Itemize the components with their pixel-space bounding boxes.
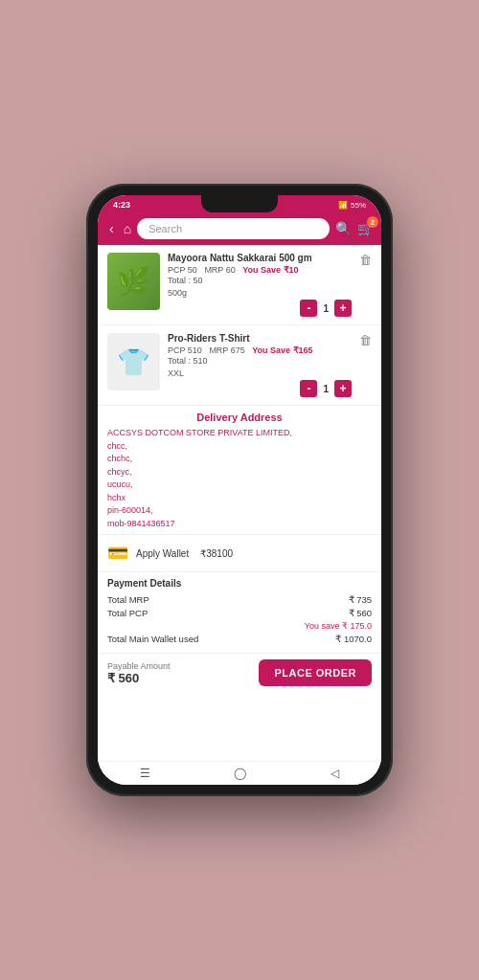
savings-text: You save ₹ 175.0	[305, 621, 372, 631]
item-pcp-2: PCP 510	[168, 345, 202, 355]
home-sys-icon[interactable]: ◯	[234, 767, 246, 780]
item-save-2: You Save ₹165	[252, 345, 312, 355]
item-pricing-1: PCP 50 MRP 60 You Save ₹10	[168, 265, 352, 275]
nav-bar: ‹ ⌂ Search 🔍 🛒 2	[98, 212, 381, 245]
menu-icon[interactable]: ☰	[140, 767, 150, 780]
content-area: 🌿 Mayoora Nattu Sakkarai 500 gm PCP 50 M…	[98, 245, 381, 761]
item-total-1: Total : 50	[168, 276, 352, 285]
cart-item-2: 👕 Pro-Riders T-Shirt PCP 510 MRP 675 You…	[98, 325, 381, 406]
address-line4: chcyc,	[107, 467, 132, 477]
battery-icon: 55%	[351, 201, 366, 210]
status-time: 4:23	[113, 200, 130, 210]
home-button[interactable]: ⌂	[124, 221, 131, 236]
system-nav: ☰ ◯ ◁	[98, 761, 381, 785]
search-icon[interactable]: 🔍	[335, 221, 352, 236]
total-mrp-label: Total MRP	[107, 594, 149, 605]
item-mrp-2: MRP 675	[209, 345, 244, 355]
item-qty-row-1: - 1 +	[168, 300, 352, 317]
delete-icon-2[interactable]: 🗑	[359, 333, 372, 347]
total-mrp-value: ₹ 735	[349, 594, 373, 605]
bottom-bar: Payable Amount ₹ 560 PLACE ORDER	[98, 653, 381, 694]
wallet-amount: ₹38100	[200, 548, 233, 559]
address-line2: chcc,	[107, 441, 127, 451]
item-save-1: You Save ₹10	[242, 265, 298, 275]
wifi-icon: 📶	[338, 201, 348, 210]
qty-increase-1[interactable]: +	[334, 300, 352, 317]
payable-label: Payable Amount	[107, 661, 171, 671]
place-order-button[interactable]: PLACE ORDER	[259, 659, 372, 686]
qty-decrease-2[interactable]: -	[300, 380, 317, 397]
phone-notch	[201, 195, 278, 212]
delivery-address: ACCSYS DOTCOM STORE PRIVATE LIMITED, chc…	[107, 427, 372, 530]
payable-amount: ₹ 560	[107, 671, 171, 685]
wallet-used-value: ₹ 1070.0	[335, 634, 372, 644]
search-bar[interactable]: Search	[137, 218, 330, 239]
phone-screen: 4:23 📶 55% ‹ ⌂ Search 🔍 🛒 2	[98, 195, 381, 785]
payable-info: Payable Amount ₹ 560	[107, 661, 171, 685]
item-mrp-1: MRP 60	[204, 265, 235, 275]
item-qty-row-2: - 1 +	[168, 380, 352, 397]
address-line1: ACCSYS DOTCOM STORE PRIVATE LIMITED,	[107, 428, 292, 437]
wallet-section[interactable]: 💳 Apply Wallet ₹38100	[98, 535, 381, 572]
payment-section: Payment Details Total MRP ₹ 735 Total PC…	[98, 572, 381, 653]
cart-item-1: 🌿 Mayoora Nattu Sakkarai 500 gm PCP 50 M…	[98, 245, 381, 325]
item-total-2: Total : 510	[168, 356, 352, 366]
item-variant-2: XXL	[168, 368, 352, 378]
item-variant-1: 500g	[168, 288, 352, 298]
wallet-used-row: Total Main Wallet used ₹ 1070.0	[107, 634, 372, 644]
qty-decrease-1[interactable]: -	[300, 300, 317, 317]
address-line5: ucucu,	[107, 479, 133, 489]
wallet-icon: 💳	[107, 543, 128, 564]
payment-title: Payment Details	[107, 578, 372, 589]
delete-icon-1[interactable]: 🗑	[359, 253, 372, 267]
total-pcp-value: ₹ 560	[349, 608, 373, 618]
item-details-1: Mayoora Nattu Sakkarai 500 gm PCP 50 MRP…	[168, 253, 352, 317]
item-details-2: Pro-Riders T-Shirt PCP 510 MRP 675 You S…	[168, 333, 352, 397]
total-mrp-row: Total MRP ₹ 735	[107, 594, 372, 605]
phone-wrapper: 4:23 📶 55% ‹ ⌂ Search 🔍 🛒 2	[86, 184, 393, 796]
wallet-used-label: Total Main Wallet used	[107, 634, 198, 644]
qty-increase-2[interactable]: +	[334, 380, 352, 397]
phone-frame: 4:23 📶 55% ‹ ⌂ Search 🔍 🛒 2	[86, 184, 393, 796]
item-name-2: Pro-Riders T-Shirt	[168, 333, 352, 344]
qty-value-2: 1	[323, 384, 329, 394]
delivery-section: Delivery Address ACCSYS DOTCOM STORE PRI…	[98, 406, 381, 535]
savings-row: You save ₹ 175.0	[107, 621, 372, 631]
cart-icon-container[interactable]: 🛒 2	[357, 221, 374, 236]
address-line3: chchc,	[107, 454, 132, 463]
delivery-title: Delivery Address	[107, 412, 372, 423]
wallet-label: Apply Wallet	[136, 548, 189, 559]
address-line8: mob-9841436517	[107, 519, 175, 528]
item-image-tshirt: 👕	[107, 333, 160, 390]
search-placeholder: Search	[148, 223, 182, 234]
qty-value-1: 1	[323, 303, 329, 314]
total-pcp-label: Total PCP	[107, 608, 148, 618]
item-pcp-1: PCP 50	[168, 265, 197, 275]
total-pcp-row: Total PCP ₹ 560	[107, 608, 372, 618]
back-sys-icon[interactable]: ◁	[331, 767, 339, 780]
item-image-sugar: 🌿	[107, 253, 160, 310]
status-icons: 📶 55%	[338, 201, 366, 210]
item-name-1: Mayoora Nattu Sakkarai 500 gm	[168, 253, 352, 263]
back-button[interactable]: ‹	[105, 219, 118, 238]
address-line7: pin-600014,	[107, 505, 153, 515]
cart-badge: 2	[367, 216, 378, 228]
address-line6: hchx	[107, 493, 125, 502]
item-pricing-2: PCP 510 MRP 675 You Save ₹165	[168, 345, 352, 355]
